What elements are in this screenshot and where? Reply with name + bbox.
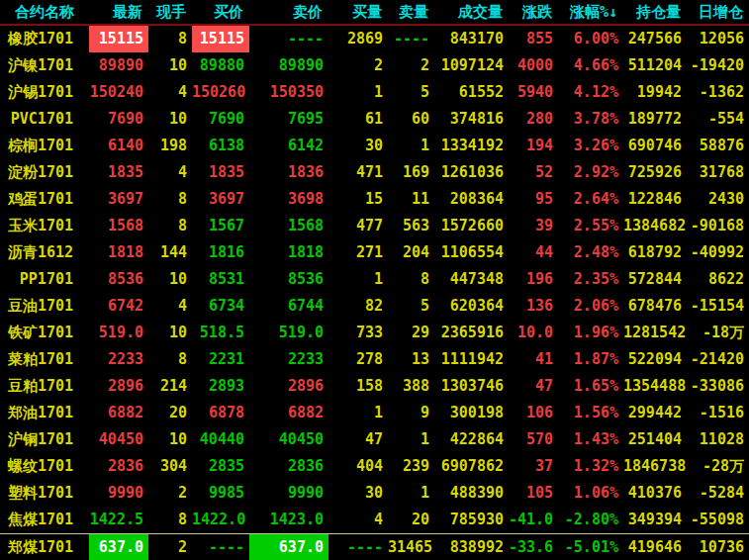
cell-name[interactable]: 郑油1701 [0, 400, 89, 426]
cell-change_pct[interactable]: 2.48% [558, 239, 623, 266]
quote-row-郑煤1701[interactable]: 郑煤1701637.02----637.0----31465838992-33.… [0, 534, 749, 560]
cell-ask[interactable]: 1818 [249, 239, 328, 266]
cell-day_inc[interactable]: -21420 [687, 346, 749, 373]
cell-last[interactable]: 1835 [89, 159, 148, 186]
cell-change_pct[interactable]: 3.78% [558, 106, 623, 133]
cell-open_interest[interactable]: 1354488 [623, 373, 687, 400]
cell-bid[interactable]: ---- [192, 534, 249, 560]
cell-cur_vol[interactable]: 10 [148, 266, 192, 293]
cell-open_interest[interactable]: 419646 [623, 534, 687, 560]
cell-open_interest[interactable]: 572844 [623, 266, 687, 293]
quote-row-PP1701[interactable]: PP170185361085318536184473481962.35%5728… [0, 266, 749, 293]
cell-ask[interactable]: 3698 [249, 186, 328, 213]
column-header-last[interactable]: 最新 [89, 0, 148, 25]
cell-open_interest[interactable]: 690746 [623, 133, 687, 159]
cell-day_inc[interactable]: 31768 [687, 159, 749, 186]
cell-change[interactable]: 855 [509, 25, 558, 52]
cell-ask[interactable]: 2896 [249, 373, 328, 400]
cell-name[interactable]: 棕榈1701 [0, 133, 89, 159]
cell-change_pct[interactable]: 1.96% [558, 320, 623, 346]
cell-bid_vol[interactable]: 471 [328, 159, 388, 186]
cell-day_inc[interactable]: -554 [687, 106, 749, 133]
cell-change_pct[interactable]: 1.56% [558, 400, 623, 426]
cell-ask[interactable]: 89890 [249, 52, 328, 79]
cell-ask[interactable]: 9990 [249, 480, 328, 507]
cell-open_interest[interactable]: 725926 [623, 159, 687, 186]
cell-bid[interactable]: 7690 [192, 106, 249, 133]
cell-cur_vol[interactable]: 2 [148, 480, 192, 507]
cell-total_vol[interactable]: 1303746 [434, 373, 509, 400]
cell-change_pct[interactable]: 2.92% [558, 159, 623, 186]
cell-bid_vol[interactable]: 1 [328, 266, 388, 293]
cell-ask_vol[interactable]: 239 [388, 453, 434, 480]
cell-ask[interactable]: 2233 [249, 346, 328, 373]
cell-change[interactable]: 280 [509, 106, 558, 133]
cell-total_vol[interactable]: 447348 [434, 266, 509, 293]
cell-bid[interactable]: 1835 [192, 159, 249, 186]
cell-name[interactable]: 菜粕1701 [0, 346, 89, 373]
cell-cur_vol[interactable]: 8 [148, 346, 192, 373]
cell-bid[interactable]: 9985 [192, 480, 249, 507]
cell-change_pct[interactable]: 1.65% [558, 373, 623, 400]
cell-ask[interactable]: 637.0 [249, 534, 328, 560]
cell-total_vol[interactable]: 620364 [434, 293, 509, 320]
quote-row-淀粉1701[interactable]: 淀粉170118354183518364711691261036522.92%7… [0, 159, 749, 186]
cell-day_inc[interactable]: 11028 [687, 426, 749, 453]
cell-bid[interactable]: 2835 [192, 453, 249, 480]
cell-day_inc[interactable]: -1516 [687, 400, 749, 426]
cell-open_interest[interactable]: 1281542 [623, 320, 687, 346]
cell-total_vol[interactable]: 2365916 [434, 320, 509, 346]
cell-change_pct[interactable]: -2.80% [558, 507, 623, 534]
cell-day_inc[interactable]: -15154 [687, 293, 749, 320]
cell-change_pct[interactable]: 1.87% [558, 346, 623, 373]
cell-bid_vol[interactable]: 1 [328, 79, 388, 106]
cell-change[interactable]: 47 [509, 373, 558, 400]
cell-ask_vol[interactable]: 8 [388, 266, 434, 293]
cell-bid_vol[interactable]: 278 [328, 346, 388, 373]
cell-ask_vol[interactable]: 563 [388, 213, 434, 239]
column-header-change_pct[interactable]: 涨幅%↓ [558, 0, 623, 25]
cell-bid_vol[interactable]: 1 [328, 400, 388, 426]
cell-total_vol[interactable]: 843170 [434, 25, 509, 52]
cell-ask_vol[interactable]: 5 [388, 293, 434, 320]
quote-row-PVC1701[interactable]: PVC17017690107690769561603748162803.78%1… [0, 106, 749, 133]
cell-open_interest[interactable]: 1384682 [623, 213, 687, 239]
column-header-bid_vol[interactable]: 买量 [328, 0, 388, 25]
quote-row-沪镍1701[interactable]: 沪镍17018989010898808989022109712440004.66… [0, 52, 749, 79]
cell-last[interactable]: 519.0 [89, 320, 148, 346]
quote-row-沪锡1701[interactable]: 沪锡17011502404150260150350156155259404.12… [0, 79, 749, 106]
cell-last[interactable]: 6140 [89, 133, 148, 159]
cell-open_interest[interactable]: 189772 [623, 106, 687, 133]
cell-ask[interactable]: 150350 [249, 79, 328, 106]
cell-bid_vol[interactable]: 15 [328, 186, 388, 213]
cell-open_interest[interactable]: 511204 [623, 52, 687, 79]
cell-bid[interactable]: 2893 [192, 373, 249, 400]
cell-change_pct[interactable]: 4.66% [558, 52, 623, 79]
cell-ask_vol[interactable]: 11 [388, 186, 434, 213]
cell-name[interactable]: 焦煤1701 [0, 507, 89, 534]
cell-last[interactable]: 6742 [89, 293, 148, 320]
cell-total_vol[interactable]: 208364 [434, 186, 509, 213]
cell-bid[interactable]: 518.5 [192, 320, 249, 346]
cell-ask_vol[interactable]: 29 [388, 320, 434, 346]
cell-total_vol[interactable]: 1572660 [434, 213, 509, 239]
cell-change[interactable]: 41 [509, 346, 558, 373]
cell-change_pct[interactable]: 1.43% [558, 426, 623, 453]
cell-total_vol[interactable]: 838992 [434, 534, 509, 560]
cell-total_vol[interactable]: 1106554 [434, 239, 509, 266]
cell-ask[interactable]: 6882 [249, 400, 328, 426]
cell-last[interactable]: 40450 [89, 426, 148, 453]
quote-row-沥青1612[interactable]: 沥青16121818144181618182712041106554442.48… [0, 239, 749, 266]
cell-ask[interactable]: 40450 [249, 426, 328, 453]
cell-bid_vol[interactable]: 477 [328, 213, 388, 239]
cell-change_pct[interactable]: 2.06% [558, 293, 623, 320]
cell-bid_vol[interactable]: ---- [328, 534, 388, 560]
cell-name[interactable]: 淀粉1701 [0, 159, 89, 186]
cell-total_vol[interactable]: 488390 [434, 480, 509, 507]
quote-row-焦煤1701[interactable]: 焦煤17011422.581422.01423.0420785930-41.0-… [0, 507, 749, 534]
cell-change[interactable]: 95 [509, 186, 558, 213]
cell-day_inc[interactable]: -19420 [687, 52, 749, 79]
cell-open_interest[interactable]: 678476 [623, 293, 687, 320]
cell-ask[interactable]: 1836 [249, 159, 328, 186]
cell-name[interactable]: 螺纹1701 [0, 453, 89, 480]
